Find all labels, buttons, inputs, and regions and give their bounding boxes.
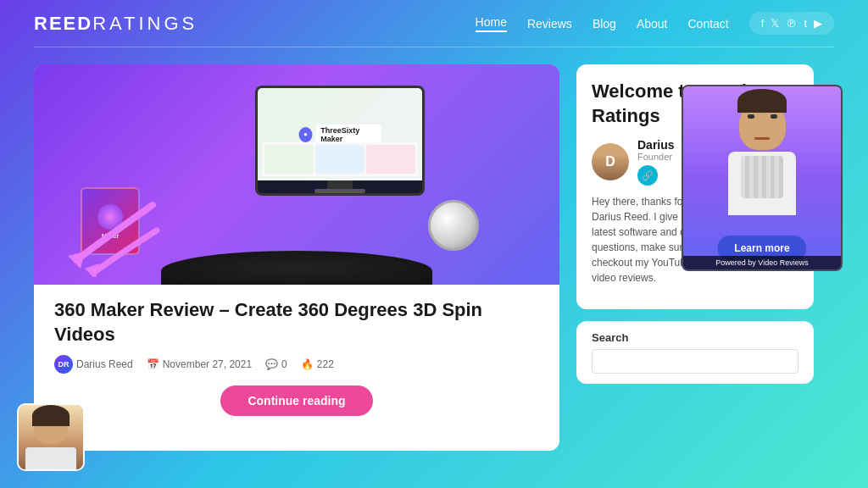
- avatar-hair: [32, 405, 70, 426]
- twitter-icon[interactable]: 𝕏: [771, 17, 779, 30]
- avatar-body: [25, 447, 76, 469]
- brand-label: ThreeSixty Maker: [315, 125, 381, 145]
- meta-comments: 💬 0: [265, 358, 287, 370]
- header: ReedRatings Home Reviews Blog About Cont…: [0, 0, 868, 47]
- article-meta: DR Darius Reed 📅 November 27, 2021 💬 0 🔥…: [54, 355, 539, 374]
- nav-about[interactable]: About: [637, 17, 668, 30]
- sidebar-author-info: Darius Founder 🔗: [637, 138, 675, 186]
- video-popup: Learn more Powered by Video Reviews: [682, 85, 843, 271]
- bottom-avatar-face: [19, 405, 83, 469]
- arrow-decoration-2: [81, 226, 165, 280]
- sidebar-author-role: Founder: [637, 152, 675, 162]
- meta-views: 🔥 222: [301, 358, 334, 370]
- search-card: Search: [576, 321, 814, 384]
- youtube-icon[interactable]: ▶: [814, 17, 822, 30]
- bottom-avatar: [17, 403, 85, 471]
- author-avatar-small: DR: [54, 355, 73, 374]
- monitor-screen: ● ThreeSixty Maker: [258, 88, 422, 180]
- brand-icon: ●: [299, 127, 313, 142]
- article-date: November 27, 2021: [163, 358, 252, 370]
- logo: ReedRatings: [34, 13, 198, 35]
- views-icon: 🔥: [301, 358, 314, 370]
- calendar-icon: 📅: [147, 358, 159, 370]
- article-body: 360 Maker Review – Create 360 Degrees 3D…: [34, 285, 559, 426]
- sidebar-author-avatar: D: [592, 143, 629, 180]
- meta-date: 📅 November 27, 2021: [147, 358, 252, 370]
- article-card: ● ThreeSixty Maker: [34, 64, 559, 451]
- search-label: Search: [592, 331, 798, 344]
- nav-home[interactable]: Home: [476, 15, 507, 32]
- monitor-brand: ● ThreeSixty Maker: [299, 125, 381, 145]
- video-popup-footer: Powered by Video Reviews: [683, 256, 841, 269]
- monitor-base: [314, 189, 365, 193]
- avatar-head: [34, 412, 68, 444]
- view-count: 222: [317, 358, 334, 370]
- article-image: ● ThreeSixty Maker: [34, 64, 559, 285]
- camera-sphere: [428, 200, 479, 251]
- video-popup-inner: Learn more Powered by Video Reviews: [683, 86, 841, 269]
- author-badge: 🔗: [637, 165, 658, 186]
- facebook-icon[interactable]: f: [761, 17, 765, 30]
- pinterest-icon[interactable]: ℗: [786, 17, 797, 30]
- monitor-stand: [327, 180, 353, 189]
- comment-icon: 💬: [265, 358, 278, 370]
- sidebar-author-name: Darius: [637, 138, 675, 152]
- comment-count: 0: [281, 358, 287, 370]
- svg-marker-1: [85, 263, 99, 277]
- nav-contact[interactable]: Contact: [688, 17, 729, 30]
- nav-blog[interactable]: Blog: [593, 17, 616, 30]
- social-icons: f 𝕏 ℗ t ▶: [749, 12, 834, 35]
- continue-reading-button[interactable]: Continue reading: [220, 385, 372, 416]
- main-nav: Home Reviews Blog About Contact f 𝕏 ℗ t …: [476, 12, 834, 35]
- meta-author: DR Darius Reed: [54, 355, 133, 374]
- article-title: 360 Maker Review – Create 360 Degrees 3D…: [54, 298, 539, 347]
- search-input[interactable]: [592, 349, 798, 374]
- tumblr-icon[interactable]: t: [804, 17, 807, 30]
- platform: [161, 251, 432, 285]
- nav-reviews[interactable]: Reviews: [527, 17, 572, 30]
- monitor: ● ThreeSixty Maker: [255, 86, 425, 196]
- author-name: Darius Reed: [76, 358, 133, 370]
